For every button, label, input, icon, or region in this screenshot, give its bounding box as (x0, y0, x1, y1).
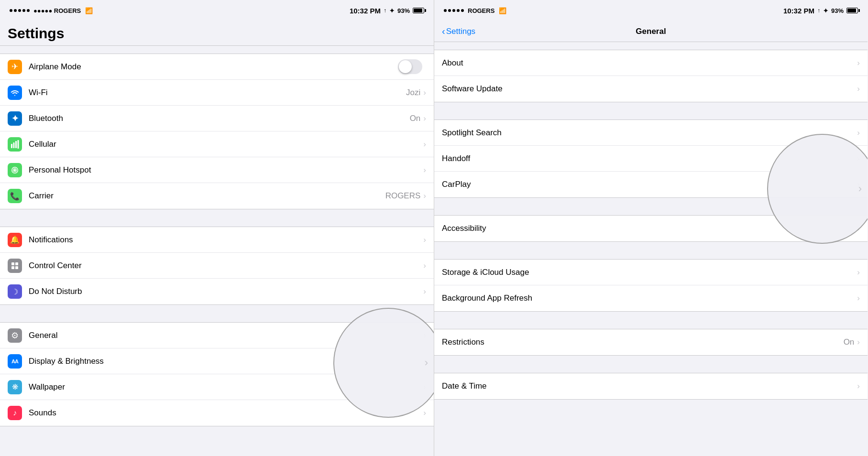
svg-rect-7 (11, 266, 14, 269)
dnd-label: Do Not Disturb (29, 287, 423, 296)
accessibility-group: Accessibility › (434, 215, 868, 242)
handoff-label: Handoff (442, 154, 857, 163)
restrictions-row[interactable]: Restrictions On › (434, 329, 868, 355)
cellular-row[interactable]: Cellular › (0, 131, 434, 157)
right-divider3 (434, 242, 868, 259)
storage-row[interactable]: Storage & iCloud Usage › (434, 260, 868, 285)
wifi-icon-left: 📶 (85, 7, 93, 14)
left-phone-screen: ●●●●● ROGERS 📶 10:32 PM ↑ ✦ 93% Settings… (0, 0, 434, 456)
divider1 (0, 209, 434, 227)
display-icon: AA (8, 354, 22, 369)
wifi-value: Jozi (406, 88, 420, 98)
right-location-icon: ↑ (817, 7, 820, 14)
restrictions-chevron: › (857, 337, 860, 347)
bluetooth-value: On (410, 114, 421, 123)
right-status-bar: ROGERS 📶 10:32 PM ↑ ✦ 93% (434, 0, 868, 21)
control-center-icon (8, 259, 22, 273)
display-row[interactable]: AA Display & Brightness › (0, 348, 434, 374)
right-settings-content[interactable]: About › Software Update › Spotlight Sear… (434, 42, 868, 456)
location-icon-left: ↑ (384, 7, 386, 14)
wifi-chevron: › (423, 88, 426, 98)
connectivity-group: ✈ Airplane Mode Wi-Fi Jozi › (0, 54, 434, 209)
general-chevron: › (423, 331, 426, 340)
battery-pct-left: 93% (397, 7, 410, 14)
datetime-row[interactable]: Date & Time › (434, 373, 868, 399)
carplay-label: CarPlay (442, 180, 857, 189)
handoff-row[interactable]: Handoff › (434, 146, 868, 172)
carrier-chevron: › (423, 191, 426, 201)
right-time: 10:32 PM (783, 7, 814, 15)
wifi-label: Wi-Fi (29, 88, 406, 98)
wifi-row[interactable]: Wi-Fi Jozi › (0, 80, 434, 106)
carrier-value: ROGERS (385, 191, 421, 201)
wallpaper-icon: ❋ (8, 380, 22, 394)
hotspot-label: Personal Hotspot (29, 165, 423, 175)
left-title-bar: Settings (0, 21, 434, 46)
sounds-chevron: › (423, 408, 426, 418)
cellular-label: Cellular (29, 140, 423, 149)
about-chevron: › (857, 58, 860, 68)
right-divider2 (434, 198, 868, 215)
carrier-row[interactable]: 📞 Carrier ROGERS › (0, 183, 434, 209)
storage-label: Storage & iCloud Usage (442, 268, 857, 277)
datetime-chevron: › (857, 381, 860, 391)
signal-dots (10, 9, 30, 12)
carplay-row[interactable]: CarPlay › (434, 172, 868, 197)
general-icon: ⚙ (8, 328, 22, 343)
cellular-chevron: › (423, 140, 426, 149)
wallpaper-chevron: › (423, 382, 426, 392)
dnd-icon: ☽ (8, 284, 22, 299)
display-label: Display & Brightness (29, 357, 423, 366)
background-refresh-chevron: › (857, 293, 860, 303)
right-page-title: General (636, 27, 666, 36)
left-status-bar: ●●●●● ROGERS 📶 10:32 PM ↑ ✦ 93% (0, 0, 434, 21)
right-phone-screen: ROGERS 📶 10:32 PM ↑ ✦ 93% ‹ Settings Gen… (434, 0, 868, 456)
sounds-label: Sounds (29, 408, 423, 418)
airplane-icon: ✈ (8, 60, 22, 74)
back-label: Settings (446, 27, 475, 36)
control-center-row[interactable]: Control Center › (0, 253, 434, 279)
software-update-label: Software Update (442, 84, 857, 94)
do-not-disturb-row[interactable]: ☽ Do Not Disturb › (0, 279, 434, 304)
about-row[interactable]: About › (434, 50, 868, 76)
hotspot-row[interactable]: Personal Hotspot › (0, 157, 434, 183)
svg-rect-3 (18, 140, 19, 149)
spotlight-row[interactable]: Spotlight Search › (434, 120, 868, 146)
left-status-right: 10:32 PM ↑ ✦ 93% (350, 7, 424, 15)
left-settings-content[interactable]: ✈ Airplane Mode Wi-Fi Jozi › (0, 46, 434, 456)
general-row[interactable]: ⚙ General › (0, 323, 434, 348)
restrictions-value: On (844, 337, 855, 347)
right-battery-icon (846, 8, 858, 13)
bluetooth-row[interactable]: ✦ Bluetooth On › (0, 106, 434, 131)
carrier-icon: 📞 (8, 189, 22, 203)
handoff-chevron: › (857, 154, 860, 163)
carplay-chevron: › (857, 180, 860, 189)
sounds-row[interactable]: ♪ Sounds › (0, 400, 434, 426)
carrier-label: Carrier (29, 191, 385, 201)
svg-rect-1 (13, 142, 15, 148)
airplane-mode-row[interactable]: ✈ Airplane Mode (0, 54, 434, 80)
background-refresh-row[interactable]: Background App Refresh › (434, 285, 868, 311)
notifications-icon: 🔔 (8, 233, 22, 247)
accessibility-row[interactable]: Accessibility › (434, 216, 868, 241)
software-update-chevron: › (857, 84, 860, 94)
spotlight-label: Spotlight Search (442, 128, 857, 138)
control-center-label: Control Center (29, 261, 423, 271)
left-page-title: Settings (8, 25, 64, 42)
back-button[interactable]: ‹ Settings (442, 26, 475, 37)
wallpaper-row[interactable]: ❋ Wallpaper › (0, 374, 434, 400)
bluetooth-icon-left: ✦ (389, 7, 395, 14)
sounds-icon: ♪ (8, 406, 22, 420)
general-label: General (29, 331, 423, 340)
info-group: About › Software Update › (434, 50, 868, 102)
cellular-icon (8, 137, 22, 152)
search-group: Spotlight Search › Handoff › CarPlay › (434, 119, 868, 198)
airplane-toggle[interactable] (398, 59, 422, 74)
right-divider1 (434, 102, 868, 119)
software-update-row[interactable]: Software Update › (434, 76, 868, 102)
divider2 (0, 305, 434, 322)
notifications-row[interactable]: 🔔 Notifications › (0, 227, 434, 253)
right-signal-dots (444, 9, 464, 12)
notifications-group: 🔔 Notifications › Control Center › (0, 227, 434, 305)
right-top-spacer (434, 42, 868, 50)
